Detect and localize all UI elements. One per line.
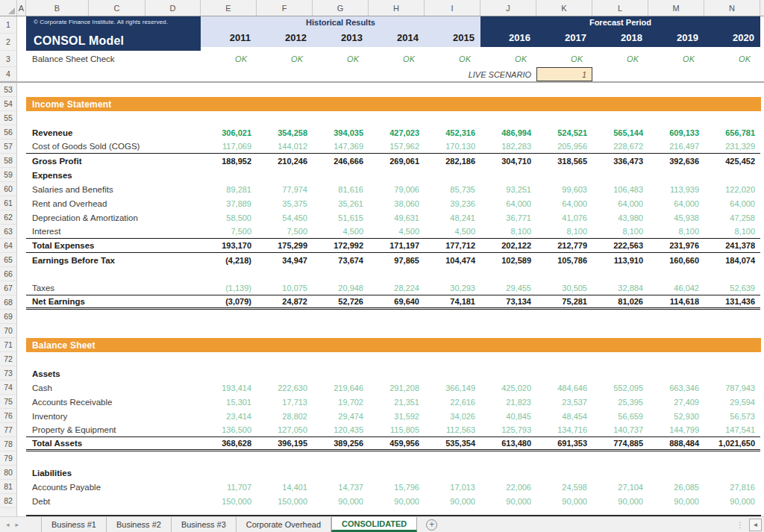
cell-value[interactable]: 8,100 bbox=[592, 225, 648, 239]
cell-value[interactable]: 41,076 bbox=[536, 210, 592, 225]
cell-value[interactable]: 73,134 bbox=[480, 295, 536, 310]
row-number[interactable]: 1 bbox=[0, 16, 17, 34]
row-number-54[interactable]: 54 bbox=[0, 97, 17, 111]
year-2020[interactable]: 2020 bbox=[704, 28, 760, 47]
column-header-i[interactable]: I bbox=[425, 0, 480, 16]
cell-value[interactable]: 64,000 bbox=[536, 196, 592, 210]
cell-value[interactable]: 304,710 bbox=[480, 154, 536, 168]
row-number-76[interactable]: 76 bbox=[0, 409, 17, 423]
cell-value[interactable]: 30,505 bbox=[536, 281, 592, 295]
row-number-56[interactable]: 56 bbox=[0, 125, 17, 140]
cell-value[interactable]: 81,616 bbox=[313, 182, 369, 196]
row-label[interactable]: Property & Equipment bbox=[26, 423, 201, 437]
balance-check-value[interactable]: OK bbox=[369, 51, 425, 67]
cell-value[interactable]: 150,000 bbox=[257, 494, 313, 508]
cell-value[interactable]: 392,636 bbox=[648, 154, 704, 168]
balance-check-value[interactable]: OK bbox=[257, 51, 313, 67]
cell-value[interactable]: 171,197 bbox=[369, 239, 425, 253]
cell-value[interactable]: 787,943 bbox=[704, 381, 760, 395]
balance-check-value[interactable]: OK bbox=[425, 51, 480, 67]
cell-value[interactable]: 39,236 bbox=[425, 196, 480, 210]
cell-value[interactable]: 144,799 bbox=[648, 423, 704, 437]
cell-value[interactable]: 64,000 bbox=[648, 196, 704, 210]
cell-value[interactable]: 73,674 bbox=[313, 253, 369, 267]
cell-value[interactable]: 23,537 bbox=[536, 395, 592, 409]
cell-value[interactable]: 20,948 bbox=[313, 281, 369, 295]
cell-value[interactable]: 147,369 bbox=[313, 140, 369, 154]
cell-value[interactable]: 150,000 bbox=[201, 494, 257, 508]
cell-value[interactable]: 85,735 bbox=[425, 182, 480, 196]
cell-value[interactable]: 38,060 bbox=[369, 196, 425, 210]
row-number-69[interactable]: 69 bbox=[0, 310, 17, 324]
column-header-e[interactable]: E bbox=[201, 0, 257, 16]
cell-value[interactable]: 219,646 bbox=[313, 381, 369, 395]
cell-value[interactable]: 193,414 bbox=[201, 381, 257, 395]
cell-value[interactable]: 136,500 bbox=[201, 423, 257, 437]
cell-value[interactable]: 102,589 bbox=[480, 253, 536, 267]
year-2013[interactable]: 2013 bbox=[313, 28, 369, 47]
cell-value[interactable]: 37,889 bbox=[201, 196, 257, 210]
cell-value[interactable]: 231,329 bbox=[704, 140, 760, 154]
column-header-k[interactable]: K bbox=[536, 0, 592, 16]
cell-value[interactable]: 19,702 bbox=[313, 395, 369, 409]
balance-check-value[interactable]: OK bbox=[592, 51, 648, 67]
empty-cell[interactable] bbox=[26, 67, 201, 81]
cell-value[interactable]: 535,354 bbox=[425, 437, 480, 451]
row-number[interactable]: 3 bbox=[0, 51, 17, 67]
cell-value[interactable]: 64,000 bbox=[704, 196, 760, 210]
cell-value[interactable]: 40,845 bbox=[480, 409, 536, 423]
row-number-70[interactable]: 70 bbox=[0, 324, 17, 338]
cell-value[interactable]: 49,631 bbox=[369, 210, 425, 225]
cell-value[interactable]: 89,281 bbox=[201, 182, 257, 196]
cell-value[interactable]: 7,500 bbox=[257, 225, 313, 239]
cell-value[interactable]: 113,939 bbox=[648, 182, 704, 196]
cell-value[interactable]: 241,378 bbox=[704, 239, 760, 253]
row-number-79[interactable]: 79 bbox=[0, 451, 17, 466]
cell-value[interactable]: 177,712 bbox=[425, 239, 480, 253]
cell-value[interactable]: 212,779 bbox=[536, 239, 592, 253]
row-number-64[interactable]: 64 bbox=[0, 239, 17, 253]
cell-value[interactable]: 30,293 bbox=[425, 281, 480, 295]
cell-value[interactable]: 64,000 bbox=[592, 196, 648, 210]
row-label[interactable]: Cost of Goods Sold (COGS) bbox=[26, 140, 201, 154]
cell-value[interactable]: 4,500 bbox=[313, 225, 369, 239]
cell-value[interactable]: 24,872 bbox=[257, 295, 313, 310]
cell-value[interactable]: 17,013 bbox=[425, 480, 480, 494]
tab-scroll-right-icon[interactable]: ▸ bbox=[16, 521, 19, 528]
row-label[interactable]: Net Earnings bbox=[26, 295, 201, 310]
balance-check-value[interactable]: OK bbox=[480, 51, 536, 67]
cell-value[interactable]: 27,104 bbox=[592, 480, 648, 494]
cell-value[interactable]: 32,884 bbox=[592, 281, 648, 295]
row-number-81[interactable]: 81 bbox=[0, 480, 17, 494]
column-header-h[interactable]: H bbox=[369, 0, 425, 16]
row-number-75[interactable]: 75 bbox=[0, 395, 17, 409]
cell-value[interactable]: 69,640 bbox=[369, 295, 425, 310]
row-number-60[interactable]: 60 bbox=[0, 182, 17, 196]
cell-value[interactable]: 58,500 bbox=[201, 210, 257, 225]
cell-value[interactable]: 459,956 bbox=[369, 437, 425, 451]
cell-value[interactable]: 56,659 bbox=[592, 409, 648, 423]
row-label[interactable] bbox=[26, 451, 201, 466]
cell-value[interactable]: 17,713 bbox=[257, 395, 313, 409]
cell-value[interactable]: 318,565 bbox=[536, 154, 592, 168]
sheet-tab-business-1[interactable]: Business #1 bbox=[41, 517, 107, 532]
cell-value[interactable]: 74,181 bbox=[425, 295, 480, 310]
cell-value[interactable]: 1,021,650 bbox=[704, 437, 760, 451]
balance-check-label[interactable]: Balance Sheet Check bbox=[26, 51, 201, 67]
cell-value[interactable]: 10,075 bbox=[257, 281, 313, 295]
cell-value[interactable]: 106,483 bbox=[592, 182, 648, 196]
cell-value[interactable]: 29,594 bbox=[704, 395, 760, 409]
cell-value[interactable]: 222,630 bbox=[257, 381, 313, 395]
cell-value[interactable]: 484,646 bbox=[536, 381, 592, 395]
sheet-tab-consolidated[interactable]: CONSOLIDATED bbox=[331, 517, 417, 532]
row-label[interactable]: Total Expenses bbox=[26, 239, 201, 253]
cell-value[interactable]: 34,947 bbox=[257, 253, 313, 267]
cell-value[interactable]: 565,144 bbox=[592, 125, 648, 140]
select-all-corner[interactable] bbox=[0, 0, 17, 16]
cell-value[interactable]: 120,435 bbox=[313, 423, 369, 437]
cell-value[interactable]: 396,195 bbox=[257, 437, 313, 451]
cell-value[interactable]: 43,980 bbox=[592, 210, 648, 225]
column-header-c[interactable]: C bbox=[89, 0, 145, 16]
cell-value[interactable]: 113,910 bbox=[592, 253, 648, 267]
cell-value[interactable]: 27,409 bbox=[648, 395, 704, 409]
